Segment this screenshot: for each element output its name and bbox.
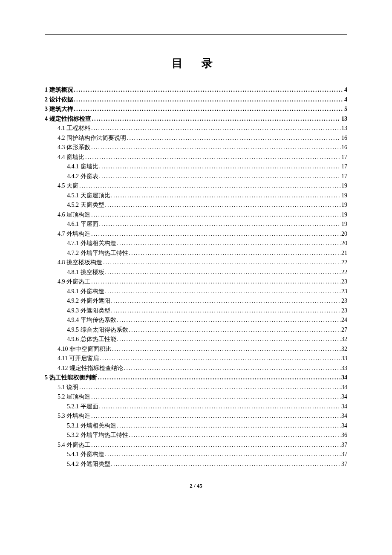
toc-entry: 4.9.3 外遮阳类型23 xyxy=(45,308,347,314)
toc-entry: 4.5 天窗19 xyxy=(45,183,347,189)
toc-page: 17 xyxy=(341,154,347,160)
toc-entry: 4.9.6 总体热工性能32 xyxy=(45,336,347,342)
toc-label: 4 规定性指标检查 xyxy=(45,116,91,122)
toc-label: 4.4.1 窗墙比 xyxy=(67,164,98,170)
page-indicator: 2 / 45 xyxy=(190,483,202,489)
toc-label: 4.5 天窗 xyxy=(58,183,78,189)
toc-page: 34 xyxy=(341,404,347,410)
toc-page: 23 xyxy=(341,308,347,314)
toc-label: 4.5.2 天窗类型 xyxy=(67,202,104,208)
toc-leader xyxy=(103,260,340,266)
toc-leader xyxy=(99,404,341,410)
toc-page: 19 xyxy=(341,202,347,208)
toc-entry: 4.2 围护结构作法简要说明16 xyxy=(45,135,347,141)
toc-page: 32 xyxy=(341,336,347,342)
toc-label: 5.3.1 外墙相关构造 xyxy=(67,423,116,429)
toc-entry: 4.4.2 外窗表17 xyxy=(45,173,347,179)
toc-entry: 3 建筑大样5 xyxy=(45,106,347,112)
toc-page: 13 xyxy=(341,125,347,131)
toc-page: 19 xyxy=(341,212,347,218)
toc-label: 1 建筑概况 xyxy=(45,87,73,93)
toc-label: 4.4 窗墙比 xyxy=(58,154,84,160)
toc-leader xyxy=(117,240,341,246)
toc-label: 5 热工性能权衡判断 xyxy=(45,375,97,381)
toc-leader xyxy=(91,279,340,285)
toc-label: 5.4.1 外窗构造 xyxy=(67,451,104,457)
toc-leader xyxy=(105,289,341,295)
toc-page: 17 xyxy=(341,173,347,179)
toc-leader xyxy=(105,451,341,457)
toc-entry: 5.1 说明34 xyxy=(45,384,347,390)
toc-page: 19 xyxy=(341,183,347,189)
toc-leader xyxy=(91,394,340,400)
toc-leader xyxy=(111,308,341,314)
toc-label: 5.4 外窗热工 xyxy=(58,442,90,448)
toc-leader xyxy=(127,135,340,141)
toc-label: 4.8.1 挑空楼板 xyxy=(67,269,104,275)
toc-leader xyxy=(98,375,341,381)
toc-entry: 4.9.1 外窗构造23 xyxy=(45,289,347,295)
toc-label: 4.7 外墙构造 xyxy=(58,231,90,237)
toc-entry: 5.4 外窗热工37 xyxy=(45,442,347,448)
toc-entry: 2 设计依据4 xyxy=(45,97,347,103)
toc-entry: 4.9.2 外窗外遮阳23 xyxy=(45,298,347,304)
toc-page: 22 xyxy=(341,260,347,266)
toc-page: 23 xyxy=(341,279,347,285)
toc-leader xyxy=(105,269,341,275)
page-title: 目 录 xyxy=(45,56,347,71)
toc-entry: 4.3 体形系数16 xyxy=(45,145,347,150)
toc-entry: 4.9 外窗热工23 xyxy=(45,279,347,285)
toc-leader xyxy=(74,97,344,103)
toc-entry: 5.2 屋顶构造34 xyxy=(45,394,347,400)
toc-leader xyxy=(111,298,341,304)
toc-page: 37 xyxy=(341,442,347,448)
toc-entry: 5.2.1 平屋面34 xyxy=(45,404,347,410)
toc-entry: 5.3.1 外墙相关构造34 xyxy=(45,423,347,429)
toc-leader xyxy=(129,327,341,333)
toc-entry: 4.5.1 天窗屋顶比19 xyxy=(45,193,347,199)
toc-page: 27 xyxy=(341,327,347,333)
toc-page: 34 xyxy=(341,423,347,429)
toc-label: 4.9.4 平均传热系数 xyxy=(67,317,116,323)
toc-leader xyxy=(100,356,340,361)
toc-leader xyxy=(91,212,340,218)
toc-container: 1 建筑概况42 设计依据43 建筑大样54 规定性指标检查134.1 工程材料… xyxy=(45,87,347,467)
toc-entry: 4.7.1 外墙相关构造20 xyxy=(45,240,347,246)
page-footer: 2 / 45 xyxy=(45,478,347,489)
toc-entry: 5.3.2 外墙平均热工特性36 xyxy=(45,432,347,438)
toc-label: 4.9.2 外窗外遮阳 xyxy=(67,298,110,304)
toc-label: 3 建筑大样 xyxy=(45,106,73,112)
toc-entry: 4.8.1 挑空楼板22 xyxy=(45,269,347,275)
toc-leader xyxy=(105,202,341,208)
toc-entry: 4.5.2 天窗类型19 xyxy=(45,202,347,208)
toc-leader xyxy=(79,183,340,189)
toc-leader xyxy=(74,106,344,112)
toc-page: 36 xyxy=(341,432,347,438)
toc-page: 16 xyxy=(341,145,347,150)
toc-leader xyxy=(124,365,340,371)
toc-page: 17 xyxy=(341,164,347,170)
toc-label: 4.8 挑空楼板构造 xyxy=(58,260,102,266)
toc-leader xyxy=(117,317,341,323)
toc-label: 4.3 体形系数 xyxy=(58,145,90,150)
toc-entry: 4.4 窗墙比17 xyxy=(45,154,347,160)
toc-label: 4.9.5 综合太阳得热系数 xyxy=(67,327,128,333)
toc-page: 19 xyxy=(341,221,347,227)
toc-entry: 4.1 工程材料13 xyxy=(45,125,347,131)
toc-label: 4.7.2 外墙平均热工特性 xyxy=(67,250,128,256)
toc-entry: 4 规定性指标检查13 xyxy=(45,116,347,122)
toc-page: 34 xyxy=(341,384,347,390)
toc-leader xyxy=(99,164,341,170)
toc-page: 20 xyxy=(341,231,347,237)
toc-leader xyxy=(91,413,340,419)
toc-leader xyxy=(74,87,344,93)
toc-page: 34 xyxy=(341,375,347,381)
toc-leader xyxy=(129,432,341,438)
toc-entry: 4.12 规定性指标检查结论33 xyxy=(45,365,347,371)
toc-label: 4.4.2 外窗表 xyxy=(67,173,98,179)
toc-leader xyxy=(117,336,341,342)
toc-leader xyxy=(129,250,341,256)
toc-label: 4.11 可开启窗扇 xyxy=(58,356,99,361)
toc-entry: 4.10 非中空窗面积比32 xyxy=(45,346,347,352)
toc-page: 13 xyxy=(341,116,347,122)
